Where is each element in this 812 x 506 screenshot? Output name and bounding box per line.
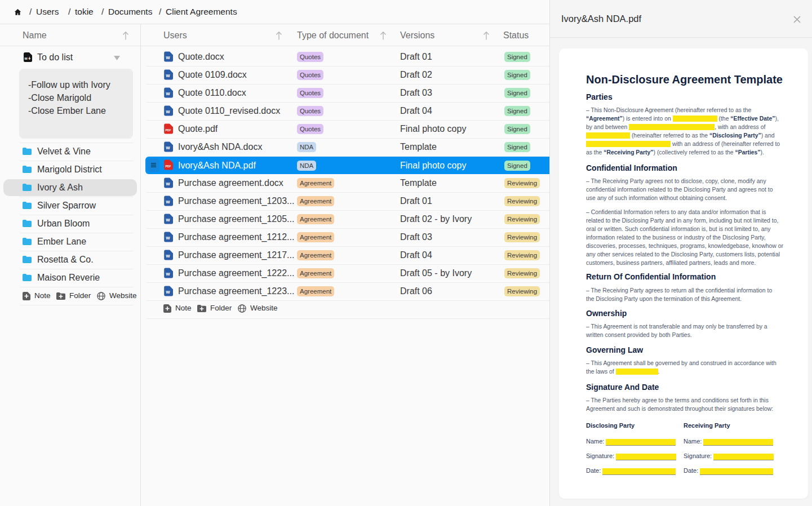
svg-text:M: M bbox=[24, 56, 27, 60]
